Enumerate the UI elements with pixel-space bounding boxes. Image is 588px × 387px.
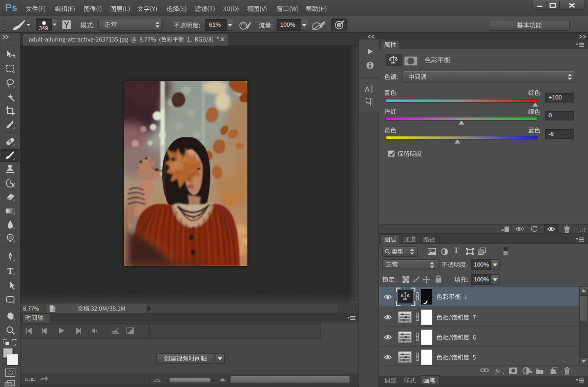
svg-text:A: A bbox=[365, 85, 370, 93]
svg-text:fx: fx bbox=[495, 368, 500, 374]
svg-text:T: T bbox=[7, 266, 13, 275]
